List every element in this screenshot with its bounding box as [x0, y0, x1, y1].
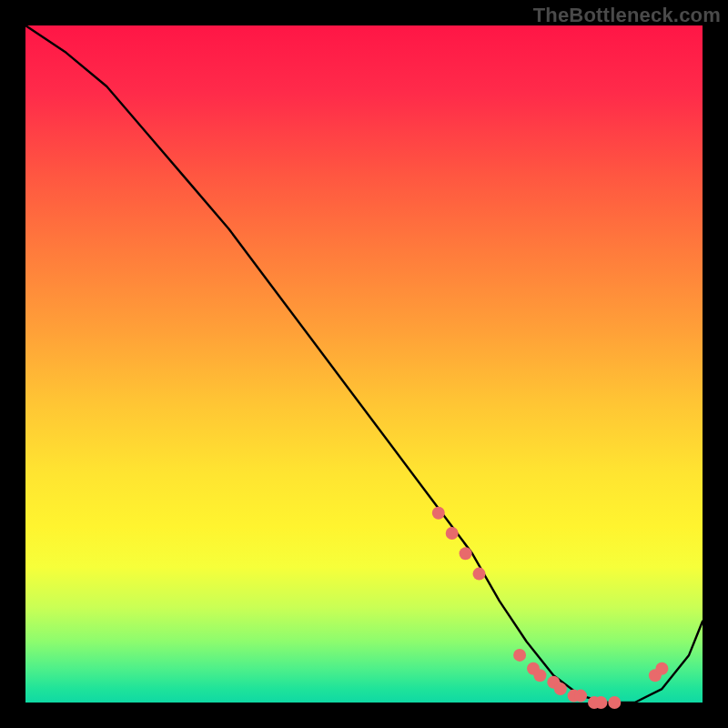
chart-frame: TheBottleneck.com — [0, 0, 728, 728]
highlight-dot — [655, 662, 668, 675]
highlight-dot — [446, 527, 459, 540]
highlight-dot — [608, 696, 621, 709]
highlight-dot — [460, 547, 472, 560]
plot-area — [25, 25, 703, 703]
highlight-dot — [574, 690, 587, 703]
highlight-dot — [513, 649, 526, 662]
highlight-dot — [533, 669, 546, 682]
watermark-text: TheBottleneck.com — [533, 4, 721, 27]
bottleneck-curve — [25, 25, 703, 703]
curve-svg — [25, 25, 703, 703]
highlight-dot — [473, 568, 486, 581]
highlight-dots — [432, 507, 669, 709]
highlight-dot — [554, 682, 567, 695]
highlight-dot — [594, 696, 607, 709]
highlight-dot — [432, 507, 445, 520]
